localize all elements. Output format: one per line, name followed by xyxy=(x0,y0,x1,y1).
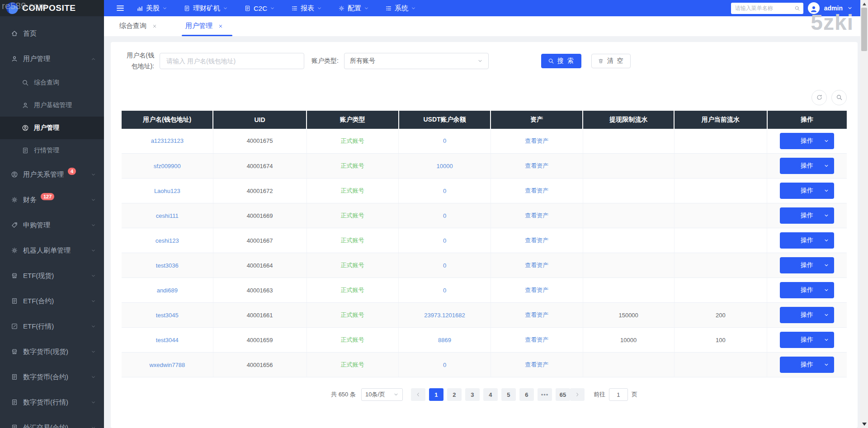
tab-用户管理[interactable]: 用户管理 xyxy=(184,22,224,36)
scroll-down-arrow[interactable] xyxy=(860,420,868,428)
refresh-button[interactable] xyxy=(811,90,827,105)
sidebar-item-ETF(行情)[interactable]: ETF(行情) xyxy=(0,314,104,339)
username-link[interactable]: test3045 xyxy=(156,312,179,319)
username-link[interactable]: ceshi111 xyxy=(156,212,179,219)
page-size-select[interactable]: 10条/页 xyxy=(361,388,403,401)
sidebar-item-用户管理[interactable]: 用户管理 xyxy=(0,46,104,71)
scrollbar[interactable] xyxy=(860,0,868,428)
page-button-5[interactable]: 5 xyxy=(501,388,516,401)
sidebar-item-首页[interactable]: 首页 xyxy=(0,21,104,46)
usdt-balance-link[interactable]: 0 xyxy=(443,287,446,294)
username-link[interactable]: a123123123 xyxy=(151,137,184,144)
sidebar-item-数字货币(合约)[interactable]: 数字货币(合约) xyxy=(0,364,104,390)
view-assets-link[interactable]: 查看资产 xyxy=(525,162,548,169)
action-dropdown-button[interactable]: 操作 xyxy=(780,158,834,174)
sidebar-item-综合查询[interactable]: 综合查询 xyxy=(0,71,104,94)
sidebar-item-数字货币(行情)[interactable]: 数字货币(行情) xyxy=(0,390,104,415)
username-filter-input[interactable] xyxy=(165,57,298,65)
view-assets-link[interactable]: 查看资产 xyxy=(525,237,548,244)
tab-综合查询[interactable]: 综合查询 xyxy=(118,22,158,36)
page-button-65[interactable]: 65 xyxy=(556,388,570,401)
username-link[interactable]: test3036 xyxy=(156,262,179,269)
view-assets-link[interactable]: 查看资产 xyxy=(525,336,548,343)
scroll-up-arrow[interactable] xyxy=(860,0,868,8)
action-dropdown-button[interactable]: 操作 xyxy=(780,133,834,149)
close-icon[interactable] xyxy=(152,24,157,29)
action-dropdown-button[interactable]: 操作 xyxy=(780,332,834,348)
page-ellipsis[interactable]: ••• xyxy=(538,388,552,401)
usdt-balance-link[interactable]: 8869 xyxy=(438,337,451,343)
page-button-4[interactable]: 4 xyxy=(483,388,498,401)
action-dropdown-button[interactable]: 操作 xyxy=(780,207,834,224)
clear-button[interactable]: 清 空 xyxy=(591,54,631,68)
sidebar-item-ETF(现货)[interactable]: ETF(现货) xyxy=(0,263,104,288)
action-dropdown-button[interactable]: 操作 xyxy=(780,232,834,249)
sidebar-item-ETF(合约)[interactable]: ETF(合约) xyxy=(0,288,104,314)
chevron-down-icon[interactable] xyxy=(847,5,853,11)
usdt-balance-link[interactable]: 0 xyxy=(443,212,446,219)
avatar[interactable] xyxy=(808,2,820,14)
sidebar-item-用户基础管理[interactable]: 用户基础管理 xyxy=(0,94,104,117)
menu-search-box[interactable] xyxy=(731,3,803,14)
table-search-button[interactable] xyxy=(831,90,847,105)
sidebar-item-行情管理[interactable]: 行情管理 xyxy=(0,139,104,162)
page-button-1[interactable]: 1 xyxy=(429,388,443,401)
username[interactable]: admin xyxy=(824,5,843,12)
usdt-balance-link[interactable]: 23973.1201682 xyxy=(424,312,465,319)
sidebar-item-数字货币(现货)[interactable]: 数字货币(现货) xyxy=(0,339,104,364)
nav-item-C2C[interactable]: C2C xyxy=(244,5,275,12)
sidebar-item-用户管理[interactable]: 用户管理 xyxy=(0,117,104,139)
username-link[interactable]: Laohu123 xyxy=(154,188,180,194)
scrollbar-thumb[interactable] xyxy=(861,8,867,51)
username-link[interactable]: ceshi123 xyxy=(156,237,179,244)
sidebar-item-机器人刷单管理[interactable]: 机器人刷单管理 xyxy=(0,238,104,263)
usdt-balance-link[interactable]: 0 xyxy=(443,237,446,244)
hamburger-menu-icon[interactable] xyxy=(116,4,125,13)
prev-page-button[interactable] xyxy=(411,388,425,401)
nav-item-报表[interactable]: 报表 xyxy=(291,4,322,13)
page-button-6[interactable]: 6 xyxy=(519,388,534,401)
action-dropdown-button[interactable]: 操作 xyxy=(780,282,834,298)
username-link[interactable]: sfz009900 xyxy=(154,163,181,169)
action-dropdown-button[interactable]: 操作 xyxy=(780,307,834,323)
view-assets-link[interactable]: 查看资产 xyxy=(525,212,548,219)
goto-page-input[interactable] xyxy=(609,388,628,401)
action-dropdown-button[interactable]: 操作 xyxy=(780,183,834,199)
view-assets-link[interactable]: 查看资产 xyxy=(525,311,548,318)
page-button-3[interactable]: 3 xyxy=(465,388,480,401)
view-assets-link[interactable]: 查看资产 xyxy=(525,137,548,144)
nav-item-美股[interactable]: 美股 xyxy=(137,4,167,13)
nav-item-配置[interactable]: 配置 xyxy=(338,4,369,13)
view-assets-link[interactable]: 查看资产 xyxy=(525,262,548,268)
close-icon[interactable] xyxy=(218,24,223,29)
usdt-balance-link[interactable]: 10000 xyxy=(436,163,453,169)
sidebar-item-申购管理[interactable]: 申购管理 xyxy=(0,212,104,238)
next-page-button[interactable] xyxy=(570,388,585,401)
page-button-2[interactable]: 2 xyxy=(447,388,462,401)
usdt-balance-link[interactable]: 0 xyxy=(443,362,446,368)
nav-item-系统[interactable]: 系统 xyxy=(385,4,416,13)
sidebar-item-用户关系管理[interactable]: 用户关系管理4 xyxy=(0,162,104,187)
usdt-balance-link[interactable]: 0 xyxy=(443,137,446,144)
usdt-balance-link[interactable]: 0 xyxy=(443,262,446,269)
filter-row: 用户名(钱包地址): 账户类型: 所有账号 搜 索 xyxy=(122,50,847,72)
username-link[interactable]: andi689 xyxy=(157,287,178,294)
sidebar-item-财务[interactable]: 财务127 xyxy=(0,187,104,212)
action-dropdown-button[interactable]: 操作 xyxy=(780,257,834,273)
table-row: wxedwin778840001656正式账号0查看资产操作 xyxy=(122,353,847,377)
chart-icon xyxy=(137,5,143,12)
view-assets-link[interactable]: 查看资产 xyxy=(525,187,548,194)
menu-search-input[interactable] xyxy=(734,5,793,12)
username-link[interactable]: wxedwin7788 xyxy=(149,362,185,368)
view-assets-link[interactable]: 查看资产 xyxy=(525,361,548,368)
account-type-select[interactable]: 所有账号 xyxy=(344,53,489,69)
username-link[interactable]: test3044 xyxy=(156,337,179,343)
view-assets-link[interactable]: 查看资产 xyxy=(525,287,548,293)
sidebar-item-外汇交易(合约)[interactable]: 外汇交易(合约) xyxy=(0,415,104,428)
usdt-balance-link[interactable]: 0 xyxy=(443,188,446,194)
search-button[interactable]: 搜 索 xyxy=(541,54,581,68)
nav-item-理财矿机[interactable]: 理财矿机 xyxy=(184,4,228,13)
username-filter-field[interactable] xyxy=(160,53,304,69)
account-type-label: 账户类型: xyxy=(311,57,339,65)
action-dropdown-button[interactable]: 操作 xyxy=(780,357,834,373)
